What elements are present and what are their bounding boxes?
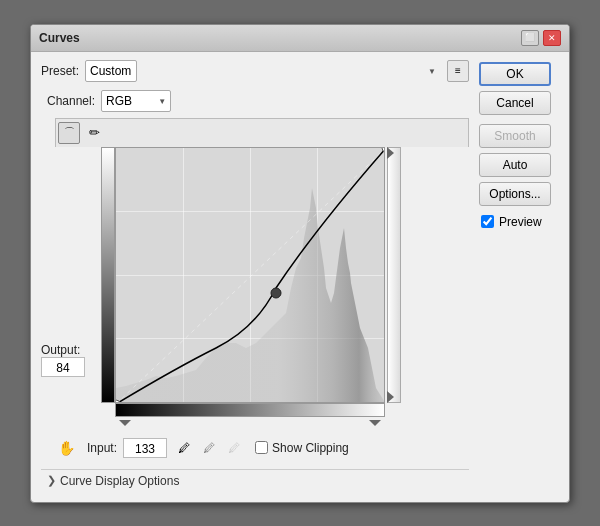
- input-value-box[interactable]: 133: [123, 438, 167, 458]
- ok-button[interactable]: OK: [479, 62, 551, 86]
- show-clipping-label: Show Clipping: [272, 441, 349, 455]
- options-button[interactable]: Options...: [479, 182, 551, 206]
- x-gradient-bar: [115, 403, 385, 417]
- left-x-handle[interactable]: [119, 420, 131, 426]
- channel-row: Channel: RGB: [41, 90, 469, 112]
- smooth-button[interactable]: Smooth: [479, 124, 551, 148]
- settings-icon: ≡: [455, 65, 461, 76]
- curve-section: ⌒ ✏ Output: 84: [41, 118, 469, 459]
- preset-select[interactable]: Custom: [85, 60, 137, 82]
- input-label: Input:: [87, 441, 117, 455]
- preview-checkbox[interactable]: [481, 215, 494, 228]
- white-eyedropper-icon: 🖉: [228, 441, 240, 455]
- dialog-body: Preset: Custom ≡ Channel: RGB: [31, 52, 569, 502]
- show-clipping-checkbox[interactable]: [255, 441, 268, 454]
- graph-area: Output: 84: [41, 147, 469, 403]
- top-slider-handle[interactable]: [387, 147, 394, 159]
- x-gradient-area: [115, 403, 469, 417]
- curve-tool-button[interactable]: ⌒: [58, 122, 80, 144]
- preset-row: Preset: Custom ≡: [41, 60, 469, 82]
- cancel-button[interactable]: Cancel: [479, 91, 551, 115]
- gray-eyedropper-button[interactable]: 🖉: [198, 437, 220, 459]
- black-eyedropper-icon: 🖉: [178, 441, 190, 455]
- output-label: Output:: [41, 343, 80, 357]
- preset-select-wrap: Custom: [85, 60, 441, 82]
- expand-icon: ❯: [47, 474, 56, 487]
- preview-row: Preview: [479, 215, 559, 229]
- bottom-slider-handle[interactable]: [387, 391, 394, 403]
- curves-dialog: Curves ⬜ ✕ Preset: Custom ≡: [30, 24, 570, 503]
- white-eyedropper-button[interactable]: 🖉: [223, 437, 245, 459]
- hand-icon: ✋: [58, 440, 75, 456]
- pencil-icon: ✏: [89, 125, 100, 140]
- curve-display-options-row[interactable]: ❯ Curve Display Options: [41, 469, 469, 492]
- right-x-handle[interactable]: [369, 420, 381, 426]
- dialog-title: Curves: [39, 31, 80, 45]
- close-button[interactable]: ✕: [543, 30, 561, 46]
- preview-label: Preview: [499, 215, 542, 229]
- preset-label: Preset:: [41, 64, 79, 78]
- right-panel: OK Cancel Smooth Auto Options... Preview: [479, 60, 559, 492]
- y-gradient-bar: [101, 147, 115, 403]
- hand-tool-button[interactable]: ✋: [55, 437, 77, 459]
- output-value-box[interactable]: 84: [41, 357, 85, 377]
- minimize-button[interactable]: ⬜: [521, 30, 539, 46]
- svg-marker-0: [116, 188, 385, 403]
- show-clipping-row: Show Clipping: [255, 441, 349, 455]
- output-area: Output: 84: [41, 147, 101, 403]
- curve-point-mid: [271, 288, 281, 298]
- gray-eyedropper-icon: 🖉: [203, 441, 215, 455]
- curve-graph[interactable]: [115, 147, 385, 403]
- title-bar-controls: ⬜ ✕: [521, 30, 561, 46]
- auto-button[interactable]: Auto: [479, 153, 551, 177]
- black-eyedropper-button[interactable]: 🖉: [173, 437, 195, 459]
- curve-tool-icon: ⌒: [64, 125, 75, 140]
- x-slider-area: [115, 417, 385, 429]
- right-slider-area: [385, 147, 401, 403]
- channel-label: Channel:: [47, 94, 95, 108]
- eyedroppers: 🖉 🖉 🖉: [173, 437, 245, 459]
- pencil-tool-button[interactable]: ✏: [83, 122, 105, 144]
- close-icon: ✕: [548, 33, 556, 43]
- title-bar: Curves ⬜ ✕: [31, 25, 569, 52]
- histogram-svg: [116, 148, 385, 403]
- curve-display-label: Curve Display Options: [60, 474, 179, 488]
- minimize-icon: ⬜: [525, 33, 535, 42]
- channel-select[interactable]: RGB: [101, 90, 171, 112]
- left-panel: Preset: Custom ≡ Channel: RGB: [41, 60, 469, 492]
- right-strip: [387, 147, 401, 403]
- preset-settings-icon[interactable]: ≡: [447, 60, 469, 82]
- channel-select-wrap: RGB: [101, 90, 171, 112]
- input-row: ✋ Input: 133 🖉 🖉 🖉: [55, 437, 469, 459]
